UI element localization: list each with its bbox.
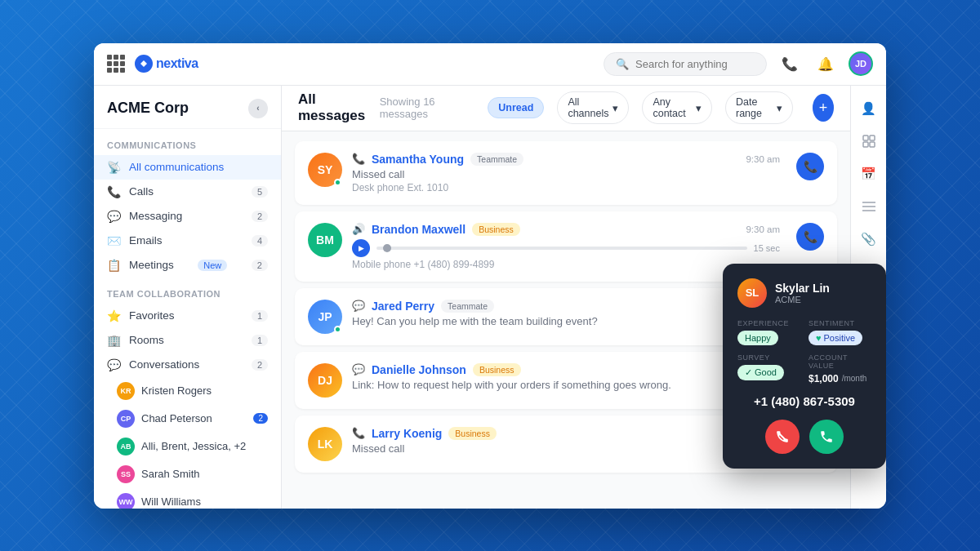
emails-label: Emails bbox=[129, 234, 163, 247]
chevron-down-icon: ▾ bbox=[612, 102, 618, 114]
navbar: nextiva 🔍 📞 🔔 JD bbox=[94, 43, 886, 86]
progress-bar[interactable] bbox=[376, 247, 747, 250]
messaging-badge: 2 bbox=[252, 211, 268, 222]
team-collab-section-title: Team collaboration bbox=[94, 278, 281, 304]
account-amount: $1,000 bbox=[808, 373, 839, 384]
sentiment-chip: ♥ Positive bbox=[808, 331, 862, 345]
new-message-button[interactable]: + bbox=[813, 94, 834, 122]
chevron-down-icon-2: ▾ bbox=[696, 102, 702, 114]
bell-icon[interactable]: 🔔 bbox=[813, 51, 839, 77]
paperclip-rail-icon[interactable]: 📎 bbox=[856, 226, 882, 252]
danielle-tag: Business bbox=[473, 363, 521, 376]
all-comm-label: All communications bbox=[129, 161, 224, 173]
brandon-content: 🔊 Brandon Maxwell Business 9:30 am ▶ 15 … bbox=[352, 223, 780, 270]
caller-company: ACME bbox=[775, 295, 830, 304]
danielle-name: Danielle Johnson bbox=[372, 363, 466, 376]
chad-label: Chad Peterson bbox=[141, 412, 212, 424]
conversations-label: Conversations bbox=[129, 358, 199, 371]
sidebar-item-favorites[interactable]: ⭐ Favorites 1 bbox=[94, 304, 281, 328]
favorites-badge: 1 bbox=[252, 310, 268, 322]
accept-call-button[interactable] bbox=[809, 420, 844, 454]
jared-name: Jared Perry bbox=[372, 300, 434, 313]
phone-icon[interactable]: 📞 bbox=[777, 51, 803, 77]
sidebar-sub-item-will[interactable]: WW Will Williams bbox=[94, 488, 281, 509]
decline-call-button[interactable] bbox=[765, 420, 800, 454]
kristen-avatar: KR bbox=[117, 382, 135, 400]
sidebar-sub-item-sarah[interactable]: SS Sarah Smith bbox=[94, 460, 281, 488]
date-filter-button[interactable]: Date range ▾ bbox=[725, 91, 793, 124]
meetings-new-badge: New bbox=[198, 260, 227, 271]
sentiment-value: ♥ Positive bbox=[808, 331, 871, 345]
caller-card: SL Skylar Lin ACME EXPERIENCE Happy SENT… bbox=[723, 264, 886, 469]
account-value-stat: ACCOUNT VALUE $1,000 /month bbox=[808, 353, 871, 384]
sentiment-stat: SENTIMENT ♥ Positive bbox=[808, 319, 871, 345]
message-card-samantha[interactable]: SY 📞 Samantha Young Teammate 9:30 am Mis… bbox=[295, 141, 837, 205]
sidebar-item-calls[interactable]: 📞 Calls 5 bbox=[94, 180, 281, 204]
sidebar-header: ACME Corp ‹ bbox=[94, 86, 281, 129]
experience-stat: EXPERIENCE Happy bbox=[737, 319, 800, 345]
larry-name: Larry Koenig bbox=[372, 427, 442, 440]
samantha-call-button[interactable]: 📞 bbox=[796, 153, 824, 180]
survey-label: SURVEY bbox=[737, 353, 800, 362]
channels-filter-button[interactable]: All channels ▾ bbox=[557, 91, 629, 124]
all-comm-icon: 📡 bbox=[107, 161, 121, 174]
voicemail-player: ▶ 15 sec bbox=[352, 239, 780, 257]
experience-chip: Happy bbox=[737, 331, 778, 345]
unread-filter-button[interactable]: Unread bbox=[488, 97, 544, 118]
grid-rail-icon[interactable] bbox=[856, 128, 882, 154]
sidebar-item-conversations[interactable]: 💬 Conversations 2 bbox=[94, 353, 281, 377]
sidebar-item-meetings[interactable]: 📋 Meetings New 2 bbox=[94, 253, 281, 278]
sentiment-label: SENTIMENT bbox=[808, 319, 871, 327]
jared-tag: Teammate bbox=[441, 300, 494, 313]
samantha-content: 📞 Samantha Young Teammate 9:30 am Missed… bbox=[352, 153, 780, 193]
danielle-avatar: DJ bbox=[308, 363, 342, 398]
svg-rect-2 bbox=[863, 136, 868, 140]
caller-name: Skylar Lin bbox=[775, 282, 830, 295]
svg-text:nextiva: nextiva bbox=[156, 56, 198, 70]
messaging-icon: 💬 bbox=[107, 210, 121, 223]
larry-tag: Business bbox=[448, 427, 497, 440]
caller-details: Skylar Lin ACME bbox=[775, 282, 830, 304]
alli-label: Alli, Brent, Jessica, +2 bbox=[141, 440, 246, 452]
collapse-button[interactable]: ‹ bbox=[248, 99, 268, 118]
play-button[interactable]: ▶ bbox=[352, 239, 370, 257]
sidebar-item-messaging[interactable]: 💬 Messaging 2 bbox=[94, 204, 281, 229]
app-window: nextiva 🔍 📞 🔔 JD ACME Corp ‹ Communicati… bbox=[94, 43, 886, 509]
message-count: Showing 16 messages bbox=[380, 96, 462, 120]
rooms-icon: 🏢 bbox=[107, 334, 121, 347]
svg-rect-4 bbox=[863, 142, 868, 147]
will-label: Will Williams bbox=[141, 495, 201, 508]
sarah-label: Sarah Smith bbox=[141, 468, 200, 480]
grid-menu-icon[interactable] bbox=[107, 55, 125, 73]
account-period: /month bbox=[842, 374, 867, 383]
caller-phone: +1 (480) 867-5309 bbox=[737, 394, 871, 408]
contact-filter-button[interactable]: Any contact ▾ bbox=[642, 91, 712, 124]
brandon-call-button[interactable]: 📞 bbox=[796, 223, 824, 251]
sidebar-item-emails[interactable]: ✉️ Emails 4 bbox=[94, 229, 281, 253]
brandon-time: 9:30 am bbox=[746, 224, 780, 234]
search-bar[interactable]: 🔍 bbox=[604, 52, 767, 76]
experience-value: Happy bbox=[737, 331, 800, 345]
larry-avatar: LK bbox=[308, 427, 342, 461]
user-avatar[interactable]: JD bbox=[849, 51, 873, 76]
sidebar-sub-item-alli[interactable]: AB Alli, Brent, Jessica, +2 bbox=[94, 433, 281, 460]
list-rail-icon[interactable] bbox=[856, 193, 882, 220]
sidebar-sub-item-chad[interactable]: CP Chad Peterson 2 bbox=[94, 405, 281, 433]
experience-label: EXPERIENCE bbox=[737, 319, 800, 327]
sidebar-item-all-communications[interactable]: 📡 All communications bbox=[94, 155, 281, 180]
voicemail-icon: 🔊 bbox=[352, 223, 365, 235]
messaging-label: Messaging bbox=[129, 210, 182, 222]
larry-text: Missed call bbox=[352, 442, 780, 455]
sidebar-sub-item-kristen[interactable]: KR Kristen Rogers bbox=[94, 377, 281, 405]
search-icon: 🔍 bbox=[616, 58, 629, 70]
person-rail-icon[interactable]: 👤 bbox=[856, 96, 882, 122]
jared-avatar: JP bbox=[308, 300, 342, 334]
sidebar-item-rooms[interactable]: 🏢 Rooms 1 bbox=[94, 328, 281, 353]
danielle-chat-icon: 💬 bbox=[352, 363, 365, 375]
search-input[interactable] bbox=[635, 58, 755, 70]
meetings-label: Meetings bbox=[129, 259, 174, 271]
favorites-label: Favorites bbox=[129, 309, 175, 322]
favorites-icon: ⭐ bbox=[107, 309, 121, 322]
phone-msg-icon: 📞 bbox=[352, 153, 365, 165]
calendar-rail-icon[interactable]: 📅 bbox=[856, 161, 882, 187]
